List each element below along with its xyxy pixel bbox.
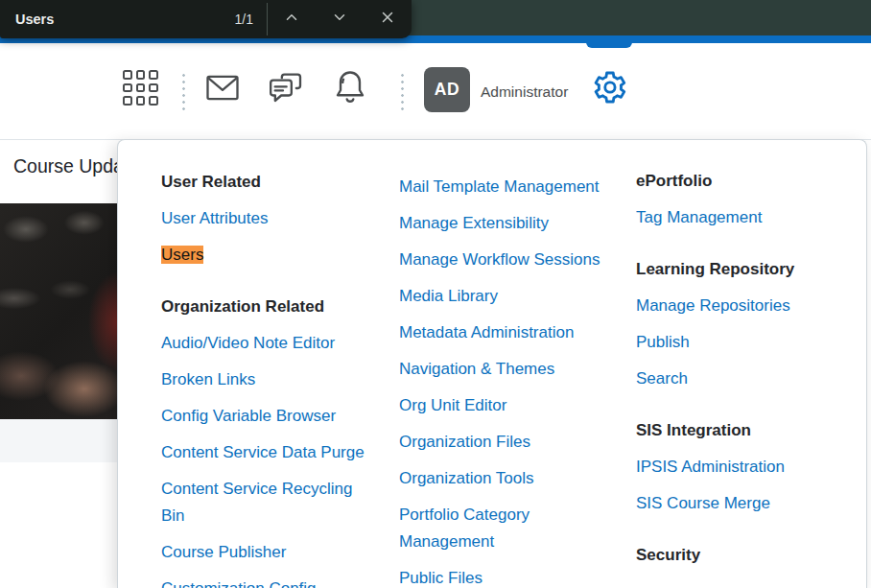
avatar[interactable]: AD [424, 67, 470, 112]
chevron-down-icon [331, 9, 348, 30]
menu-column-user-related: User Related User Attributes Users Organ… [161, 169, 380, 588]
section-header-user-related: User Related [161, 169, 380, 196]
menu-item-publish[interactable]: Publish [636, 329, 855, 356]
menu-item-organization-files[interactable]: Organization Files [399, 429, 618, 456]
find-next-button[interactable] [316, 0, 364, 38]
section-header-sis-integration: SIS Integration [636, 417, 855, 444]
menu-item-metadata-administration[interactable]: Metadata Administration [399, 319, 618, 346]
menu-item-course-publisher[interactable]: Course Publisher [161, 539, 380, 566]
mail-icon[interactable] [204, 73, 241, 106]
menu-item-portfolio-category-management[interactable]: Portfolio Category Management [399, 502, 618, 555]
menu-item-content-service-data-purge[interactable]: Content Service Data Purge [161, 439, 380, 466]
menu-item-content-service-recycling-bin[interactable]: Content Service Recycling Bin [161, 476, 380, 529]
section-header-security: Security [636, 542, 855, 569]
menu-item-manage-repositories[interactable]: Manage Repositories [636, 293, 855, 319]
section-header-learning-repository: Learning Repository [636, 256, 855, 283]
settings-gear-icon[interactable] [590, 68, 628, 110]
find-close-button[interactable] [364, 0, 412, 38]
menu-item-media-library[interactable]: Media Library [399, 283, 618, 310]
menu-item-tag-management[interactable]: Tag Management [636, 204, 855, 231]
find-match-counter: 1/1 [235, 12, 267, 27]
menu-item-audio-video-note-editor[interactable]: Audio/Video Note Editor [161, 330, 380, 357]
admin-tools-menu: User Related User Attributes Users Organ… [117, 139, 867, 588]
settings-active-indicator [586, 35, 632, 48]
section-header-organization-related: Organization Related [161, 294, 380, 320]
menu-item-public-files[interactable]: Public Files [399, 565, 618, 588]
menu-item-customization-config[interactable]: Customization Config [161, 576, 380, 588]
menu-item-broken-links[interactable]: Broken Links [161, 366, 380, 393]
menu-item-organization-tools[interactable]: Organization Tools [399, 465, 618, 492]
menu-item-users[interactable]: Users [161, 242, 380, 269]
menu-caret [590, 139, 614, 152]
menu-item-navigation-themes[interactable]: Navigation & Themes [399, 356, 618, 383]
find-match-highlight: Users [161, 246, 203, 264]
menu-column-middle: Mail Template Management Manage Extensib… [399, 174, 618, 588]
menu-item-config-variable-browser[interactable]: Config Variable Browser [161, 403, 380, 430]
menu-item-search[interactable]: Search [636, 365, 855, 392]
alerts-bell-icon[interactable] [332, 67, 368, 111]
chat-icon[interactable] [267, 69, 305, 111]
navbar-divider-dots [182, 72, 185, 110]
menu-item-mail-template-management[interactable]: Mail Template Management [399, 174, 618, 200]
menu-item-ipsis-administration[interactable]: IPSIS Administration [636, 454, 855, 481]
navbar-divider-dots [401, 72, 404, 110]
close-icon [379, 9, 396, 30]
menu-column-right: ePortfolio Tag Management Learning Repos… [636, 168, 855, 578]
section-header-eportfolio: ePortfolio [636, 168, 855, 195]
user-name-label: Administrator [481, 43, 568, 140]
chevron-up-icon [283, 9, 300, 30]
page-title: Course Updates [13, 155, 117, 177]
course-card-footer [0, 419, 117, 462]
course-banner-image [0, 203, 117, 419]
avatar-initials: AD [435, 80, 459, 100]
apps-waffle-icon[interactable] [123, 70, 158, 106]
find-query-input[interactable]: Users [0, 12, 235, 27]
menu-item-manage-workflow-sessions[interactable]: Manage Workflow Sessions [399, 247, 618, 273]
menu-item-user-attributes[interactable]: User Attributes [161, 205, 380, 232]
find-previous-button[interactable] [268, 0, 316, 38]
menu-item-org-unit-editor[interactable]: Org Unit Editor [399, 392, 618, 419]
find-in-page-bar[interactable]: Users 1/1 [0, 0, 412, 38]
menu-item-manage-extensibility[interactable]: Manage Extensibility [399, 210, 618, 237]
site-navbar: AD Administrator [0, 43, 871, 140]
menu-item-sis-course-merge[interactable]: SIS Course Merge [636, 490, 855, 517]
